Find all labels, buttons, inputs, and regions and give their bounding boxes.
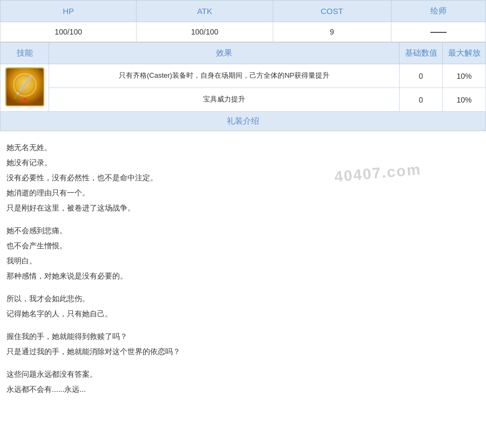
max-col-header: 最大解放 xyxy=(443,43,486,64)
hp-header: HP xyxy=(1,1,137,22)
skill-effect-1: 只有齐格(Caster)装备时，自身在场期间，己方全体的NP获得量提升 xyxy=(49,64,400,88)
desc-line: 她不会感到悲痛。 xyxy=(6,223,480,238)
skill-max-2: 10% xyxy=(443,88,486,112)
section-title: 礼装介绍 xyxy=(0,112,486,131)
desc-line: 她消逝的理由只有一个。 xyxy=(6,185,480,200)
effect-col-header: 效果 xyxy=(49,43,400,64)
desc-line: 她无名无姓。 xyxy=(6,140,480,155)
skill-base-1: 0 xyxy=(400,64,443,88)
skill-icon xyxy=(5,67,44,106)
stats-table: HP ATK COST 绘师 100/100 100/100 9 xyxy=(0,0,486,42)
atk-header: ATK xyxy=(137,1,273,22)
cost-value: 9 xyxy=(273,22,391,42)
desc-line: 她没有记录。 xyxy=(6,155,480,170)
skill-base-2: 0 xyxy=(400,88,443,112)
desc-empty-line xyxy=(6,215,480,223)
desc-line: 这些问题永远都没有答案。 xyxy=(6,366,480,382)
desc-line: 只是通过我的手，她就能消除对这个世界的依恋吗？ xyxy=(6,344,480,359)
base-col-header: 基础数值 xyxy=(400,43,443,64)
skills-table: 技能 效果 基础数值 最大解放 xyxy=(0,42,486,112)
skill-col-header: 技能 xyxy=(1,43,49,64)
desc-line: 记得她名字的人，只有她自己。 xyxy=(6,306,480,321)
svg-rect-7 xyxy=(23,98,26,103)
description-area: 她无名无姓。她没有记录。没有必要性，没有必然性，也不是命中注定。她消逝的理由只有… xyxy=(0,131,486,405)
desc-line: 只是刚好在这里，被卷进了这场战争。 xyxy=(6,200,480,215)
desc-empty-line xyxy=(6,283,480,291)
skill-effect-2: 宝具威力提升 xyxy=(49,88,400,112)
desc-line: 那种感情，对她来说是没有必要的。 xyxy=(6,268,480,283)
atk-value: 100/100 xyxy=(137,22,273,42)
skill-max-1: 10% xyxy=(443,64,486,88)
desc-line: 没有必要性，没有必然性，也不是命中注定。 xyxy=(6,170,480,185)
painter-value xyxy=(391,22,485,42)
cost-header: COST xyxy=(273,1,391,22)
desc-line: 我明白。 xyxy=(6,253,480,268)
painter-header: 绘师 xyxy=(391,1,485,22)
desc-line: 也不会产生憎恨。 xyxy=(6,238,480,253)
desc-line: 永远都不会有......永远... xyxy=(6,382,480,397)
desc-empty-line xyxy=(6,321,480,329)
desc-line: 所以，我才会如此悲伤。 xyxy=(6,291,480,306)
skill-icon-cell xyxy=(1,64,49,112)
desc-line: 握住我的手，她就能得到救赎了吗？ xyxy=(6,329,480,344)
desc-empty-line xyxy=(6,359,480,366)
hp-value: 100/100 xyxy=(1,22,137,42)
